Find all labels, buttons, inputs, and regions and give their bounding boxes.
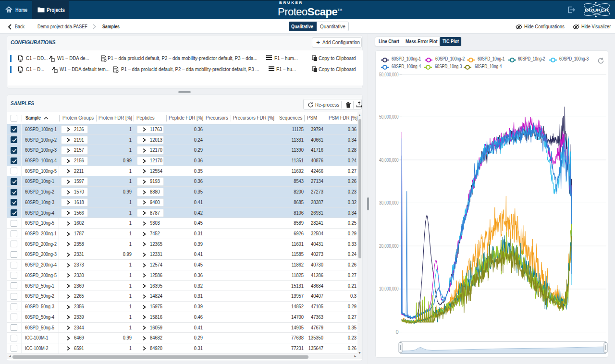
svg-text:20,000,000: 20,000,000 [379, 243, 399, 249]
svg-text:10,000,000: 10,000,000 [379, 286, 399, 291]
svg-text:BRUKER: BRUKER [585, 7, 609, 12]
svg-text:40,000,000: 40,000,000 [379, 157, 399, 163]
svg-text:50,000,000: 50,000,000 [379, 114, 399, 120]
svg-text:30,000,000: 30,000,000 [379, 200, 399, 206]
svg-text:50,000,000: 50,000,000 [379, 72, 399, 77]
svg-text:0: 0 [395, 329, 398, 335]
